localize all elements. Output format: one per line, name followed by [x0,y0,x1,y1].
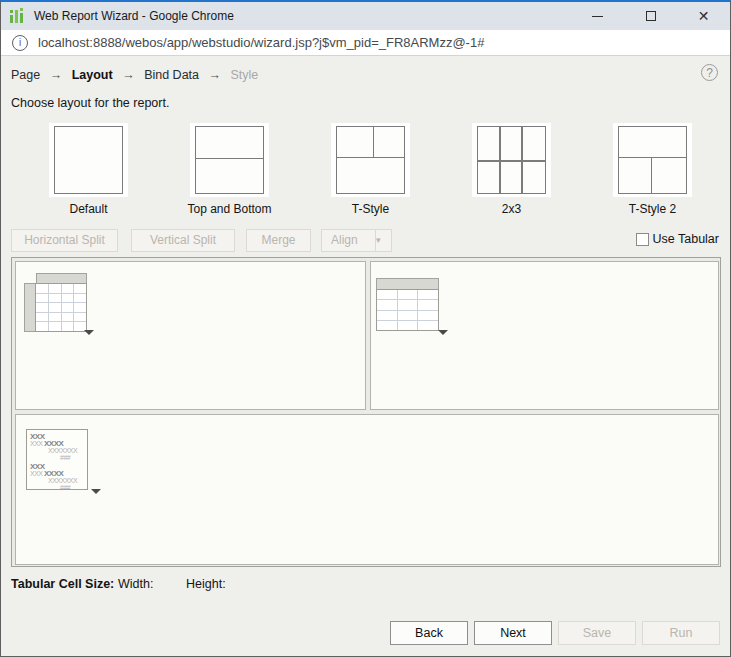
use-tabular-checkbox[interactable] [636,233,649,246]
layout-cell-top-right[interactable] [370,261,719,410]
crosstab-component-icon[interactable] [24,273,87,332]
vertical-split-button[interactable]: Vertical Split [131,229,235,252]
banded-line: ### [60,454,87,461]
use-tabular-option[interactable]: Use Tabular [636,232,719,246]
arrow-separator-icon: → [44,68,69,82]
layout-label: 2x3 [502,202,521,216]
window-controls: ✕ [571,2,730,30]
tabular-cell-size-label: Tabular Cell Size: [11,577,114,591]
banded-line: ### [60,484,87,490]
report-layout-canvas: XXX XXX XXXX XXXXXXX ### XXX XXX XXXX XX… [11,257,721,567]
merge-button[interactable]: Merge [246,229,311,252]
step-style: Style [231,68,259,82]
banded-line: XXXXXXX [48,477,87,484]
back-button[interactable]: Back [390,621,468,645]
layout-label: T-Style [352,202,389,216]
banded-line: XXX XXXX [30,440,87,447]
step-layout[interactable]: Layout [72,68,113,82]
save-button[interactable]: Save [558,621,636,645]
url-text[interactable]: localhost:8888/webos/app/webstudio/wizar… [38,35,484,50]
align-button-label: Align [331,233,358,247]
layout-option-2x3[interactable]: 2x3 [472,123,551,216]
run-button[interactable]: Run [642,621,720,645]
layout-label: Default [69,202,107,216]
layout-label: Top and Bottom [187,202,271,216]
wizard-content: Page → Layout → Bind Data → Style ? Choo… [1,56,730,657]
maximize-button[interactable] [624,2,677,30]
layout-gallery: Default Top and Bottom T-Style [49,123,692,216]
title-bar: Web Report Wizard - Google Chrome ✕ [1,2,730,30]
layout-thumb [190,123,269,197]
chevron-down-icon[interactable]: ▾ [375,230,391,251]
horizontal-split-button[interactable]: Horizontal Split [11,229,118,252]
width-label: Width: [118,577,153,591]
report-chart-icon [9,8,25,24]
minimize-button[interactable] [571,2,624,30]
layout-option-t-style[interactable]: T-Style [331,123,410,216]
layout-option-top-and-bottom[interactable]: Top and Bottom [190,123,269,216]
instruction-text: Choose layout for the report. [11,96,169,110]
layout-cell-top-left[interactable] [15,261,366,410]
layout-thumb [331,123,410,197]
close-icon: ✕ [698,9,710,23]
height-label: Height: [186,577,226,591]
maximize-icon [646,11,656,21]
table-component-icon[interactable] [376,278,439,331]
layout-label: T-Style 2 [629,202,676,216]
layout-thumb [49,123,128,197]
component-menu-arrow-icon[interactable] [84,330,94,335]
layout-preview-top-and-bottom [195,126,264,194]
align-button[interactable]: Align ▾ [321,229,392,252]
browser-window: Web Report Wizard - Google Chrome ✕ i lo… [0,0,731,657]
next-button[interactable]: Next [474,621,552,645]
layout-thumb [472,123,551,197]
help-icon[interactable]: ? [701,64,718,81]
site-info-icon[interactable]: i [12,35,28,51]
layout-preview-t-style-2 [618,126,687,194]
layout-cell-bottom[interactable]: XXX XXX XXXX XXXXXXX ### XXX XXX XXXX XX… [15,414,719,565]
layout-thumb [613,123,692,197]
wizard-steps: Page → Layout → Bind Data → Style [11,68,258,82]
component-menu-arrow-icon[interactable] [438,330,448,335]
banded-report-component-icon[interactable]: XXX XXX XXXX XXXXXXX ### XXX XXX XXXX XX… [26,429,88,490]
step-bind-data[interactable]: Bind Data [144,68,199,82]
close-button[interactable]: ✕ [677,2,730,30]
banded-line: XXXXXXX [48,447,87,454]
window-title: Web Report Wizard - Google Chrome [34,9,234,23]
layout-preview-t-style [336,126,405,194]
layout-option-t-style-2[interactable]: T-Style 2 [613,123,692,216]
step-page[interactable]: Page [11,68,40,82]
layout-preview-2x3 [477,126,546,194]
layout-option-default[interactable]: Default [49,123,128,216]
arrow-separator-icon: → [116,68,141,82]
component-menu-arrow-icon[interactable] [91,489,101,494]
layout-preview-default [54,126,123,194]
banded-line: XXX XXXX [30,470,87,477]
arrow-separator-icon: → [203,68,228,82]
use-tabular-label: Use Tabular [653,232,719,246]
address-bar[interactable]: i localhost:8888/webos/app/webstudio/wiz… [1,30,730,56]
minimize-icon [592,16,603,17]
